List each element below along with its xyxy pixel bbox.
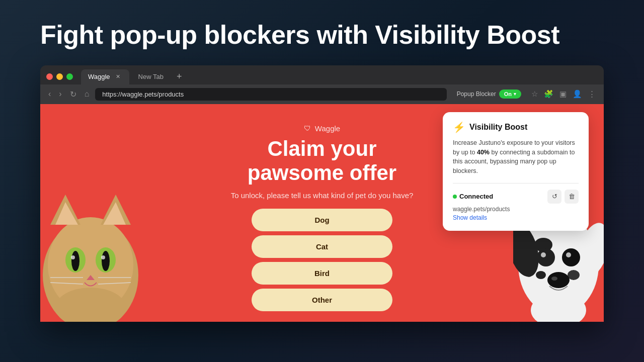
- trash-icon: 🗑: [569, 193, 575, 200]
- tab-new[interactable]: New Tab: [131, 69, 171, 84]
- extensions-icon[interactable]: 🧩: [542, 87, 555, 101]
- cat-illustration: [40, 174, 141, 322]
- svg-point-24: [537, 248, 555, 266]
- page-headline: Claim your pawsome offer: [248, 137, 396, 186]
- vboost-header: ⚡ Visibility Boost: [453, 121, 579, 133]
- popup-toggle-label: On: [504, 91, 512, 97]
- vboost-divider: [453, 183, 579, 184]
- refresh-icon: ↻: [70, 89, 76, 99]
- browser-toolbar-icons: ☆ 🧩 ▣ 👤 ⋮: [529, 87, 598, 101]
- headline-line1: Claim your: [248, 137, 396, 161]
- option-dog-button[interactable]: Dog: [252, 209, 392, 231]
- back-button[interactable]: ‹: [46, 87, 53, 101]
- headline-line2: pawsome offer: [248, 161, 396, 185]
- vboost-show-details-link[interactable]: Show details: [453, 214, 487, 221]
- window-controls: [46, 73, 73, 80]
- chevron-down-icon: ▾: [514, 92, 516, 97]
- refresh-button[interactable]: ↻: [68, 87, 78, 101]
- vboost-status: Connected: [453, 193, 493, 200]
- url-bar[interactable]: https://waggle.pets/products: [95, 88, 446, 101]
- visibility-boost-icon: ⚡: [453, 121, 465, 133]
- svg-point-11: [101, 255, 105, 259]
- cat-image: [40, 164, 141, 322]
- page-content: 🛡 Waggle Claim your pawsome offer To unl…: [40, 104, 604, 322]
- close-window-button[interactable]: [46, 73, 53, 80]
- forward-button[interactable]: ›: [57, 87, 63, 101]
- vboost-description: Increase Justuno's exposure to your visi…: [453, 138, 579, 176]
- forward-icon: ›: [59, 89, 61, 99]
- profile-icon[interactable]: 👤: [571, 87, 584, 101]
- minimize-window-button[interactable]: [56, 73, 63, 80]
- svg-point-29: [551, 277, 557, 281]
- hero-title: Fight pop-up blockers with Visibility Bo…: [40, 20, 604, 50]
- waggle-brand-name: Waggle: [315, 124, 340, 133]
- option-bird-button[interactable]: Bird: [252, 262, 392, 285]
- vboost-url: waggle.pets/products: [453, 206, 579, 213]
- vboost-action-buttons: ↺ 🗑: [547, 190, 579, 204]
- menu-icon[interactable]: ⋮: [586, 87, 598, 101]
- svg-point-8: [71, 251, 79, 271]
- svg-point-23: [536, 271, 546, 279]
- tab-close-icon[interactable]: ✕: [114, 73, 122, 81]
- svg-point-25: [562, 248, 580, 266]
- vboost-title: Visibility Boost: [469, 123, 527, 132]
- svg-point-28: [547, 272, 570, 288]
- popup-blocker-area: Popup Blocker On ▾: [457, 89, 521, 99]
- maximize-window-button[interactable]: [66, 73, 73, 80]
- option-cat-button[interactable]: Cat: [252, 235, 392, 258]
- svg-point-26: [541, 252, 546, 257]
- split-view-icon[interactable]: ▣: [557, 87, 569, 101]
- vboost-connected-row: Connected ↺ 🗑: [453, 190, 579, 204]
- tab-new-label: New Tab: [138, 73, 164, 80]
- svg-point-9: [102, 251, 110, 271]
- visibility-boost-card: ⚡ Visibility Boost Increase Justuno's ex…: [443, 112, 589, 231]
- tab-waggle-label: Waggle: [88, 73, 110, 80]
- popup-blocker-label: Popup Blocker: [457, 90, 496, 98]
- back-icon: ‹: [48, 89, 51, 99]
- hero-section: Fight pop-up blockers with Visibility Bo…: [0, 0, 644, 65]
- svg-point-27: [566, 252, 571, 257]
- pet-options: Dog Cat Bird Other: [252, 209, 392, 311]
- option-other-button[interactable]: Other: [252, 289, 392, 311]
- popup-toggle-button[interactable]: On ▾: [499, 89, 521, 99]
- bookmark-icon[interactable]: ☆: [529, 87, 540, 101]
- waggle-brand: 🛡 Waggle: [304, 124, 340, 133]
- tab-waggle[interactable]: Waggle ✕: [81, 69, 129, 84]
- vboost-status-label: Connected: [459, 193, 493, 200]
- browser-window: Waggle ✕ New Tab + ‹ › ↻ ⌂ https://wag: [40, 65, 604, 322]
- new-tab-button[interactable]: +: [173, 69, 186, 84]
- status-connected-dot: [453, 195, 457, 199]
- url-text: https://waggle.pets/products: [102, 90, 184, 98]
- home-icon: ⌂: [85, 89, 90, 99]
- vboost-refresh-button[interactable]: ↺: [547, 190, 561, 204]
- home-button[interactable]: ⌂: [83, 87, 92, 101]
- svg-point-10: [71, 255, 75, 259]
- vboost-percentage: 40%: [477, 149, 490, 156]
- address-bar: ‹ › ↻ ⌂ https://waggle.pets/products Pop…: [40, 84, 604, 104]
- browser-chrome: Waggle ✕ New Tab + ‹ › ↻ ⌂ https://wag: [40, 65, 604, 104]
- refresh-icon: ↺: [552, 193, 557, 200]
- shield-icon: 🛡: [304, 124, 311, 132]
- page-subtext: To unlock, please tell us what kind of p…: [231, 191, 414, 200]
- tab-bar: Waggle ✕ New Tab +: [40, 65, 604, 84]
- vboost-delete-button[interactable]: 🗑: [565, 190, 579, 204]
